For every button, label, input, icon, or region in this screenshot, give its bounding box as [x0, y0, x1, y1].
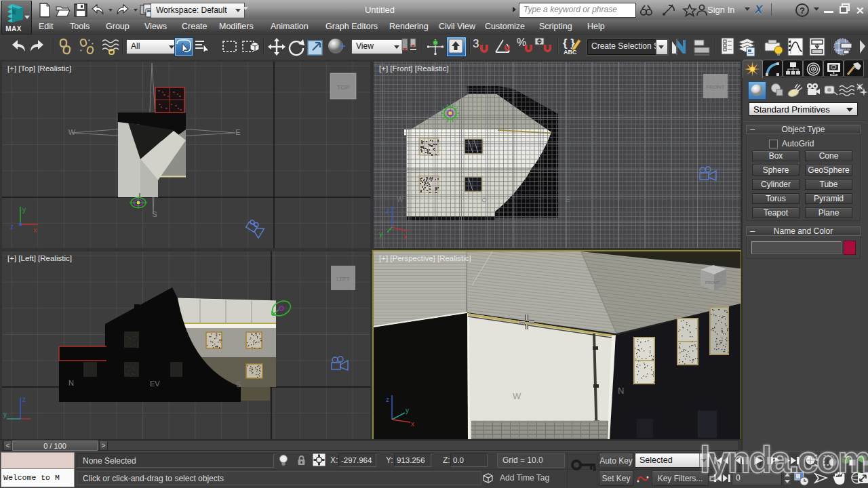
svg-text:EV: EV [150, 380, 160, 388]
svg-text:?: ? [800, 5, 805, 16]
svg-text:*: * [92, 42, 94, 47]
svg-text:[+] [Perspective] [Realistic]: [+] [Perspective] [Realistic] [379, 254, 471, 262]
svg-text:z: z [386, 207, 389, 215]
svg-text:S: S [152, 210, 157, 218]
svg-text:LEFT: LEFT [336, 276, 350, 282]
svg-text:x: x [403, 233, 407, 241]
svg-text:[+] [Left] [Realistic]: [+] [Left] [Realistic] [7, 254, 72, 262]
svg-text:y: y [22, 206, 26, 214]
svg-text:z: z [386, 396, 389, 403]
svg-text:W: W [513, 391, 521, 401]
svg-text:N: N [68, 379, 74, 387]
svg-text:y: y [3, 411, 7, 418]
svg-text:y: y [406, 407, 409, 414]
svg-text:[+] [Front] [Realistic]: [+] [Front] [Realistic] [379, 64, 449, 73]
svg-text:TOP: TOP [337, 84, 349, 91]
svg-text:*: * [80, 49, 82, 54]
svg-text:z: z [10, 223, 14, 230]
svg-text:S: S [236, 380, 241, 388]
svg-text:y: y [379, 230, 382, 238]
svg-text:z: z [22, 396, 26, 403]
svg-text:W: W [68, 128, 76, 136]
svg-text:x: x [411, 420, 414, 428]
svg-text:[+] [Top] [Realistic]: [+] [Top] [Realistic] [7, 64, 71, 73]
svg-text:N: N [618, 386, 624, 396]
svg-text:*: * [88, 39, 90, 43]
svg-text:FRONT: FRONT [705, 281, 719, 285]
svg-text:E: E [235, 128, 240, 136]
svg-text:x: x [33, 226, 37, 234]
svg-text:FRONT: FRONT [706, 84, 725, 90]
